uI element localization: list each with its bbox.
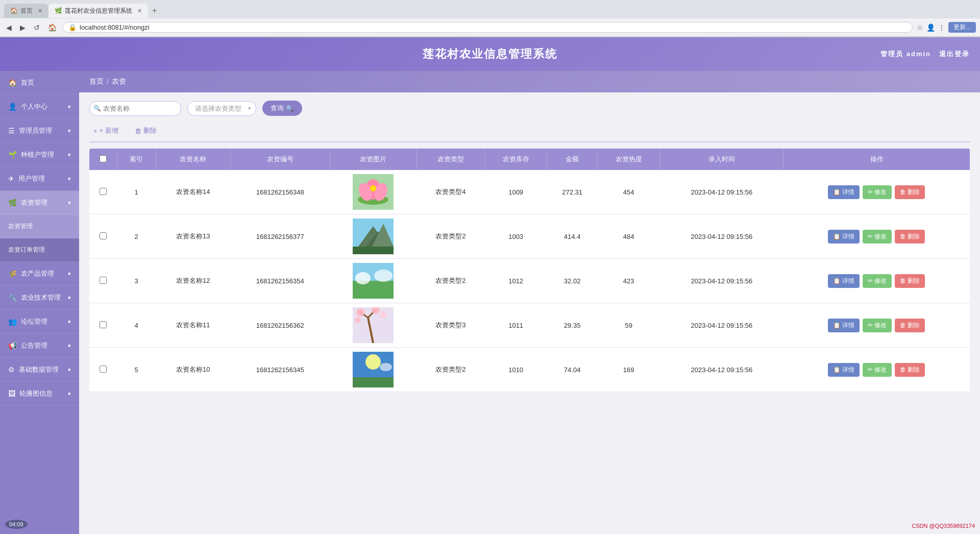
sidebar-item-home[interactable]: 🏠 首页 (0, 71, 79, 95)
row-image (353, 174, 394, 210)
table-row: 3 农资名称12 1681262156354 农资类型2 1012 32.02 … (89, 259, 970, 303)
address-bar[interactable]: 🔒 localhost:8081/#/nongzi (63, 22, 913, 33)
sidebar-item-notice[interactable]: 📢 公告管理 ▾ (0, 334, 79, 358)
delete-button[interactable]: 🗑 删除 (895, 319, 925, 332)
detail-button[interactable]: 📋 详情 (828, 319, 860, 332)
delete-button[interactable]: 🗑 删除 (895, 363, 925, 377)
refresh-button[interactable]: ↺ (32, 22, 42, 33)
row-select-checkbox[interactable] (100, 277, 107, 284)
account-btn[interactable]: 👤 (926, 23, 935, 32)
detail-button[interactable]: 📋 详情 (828, 363, 860, 377)
sidebar-item-nongzi-order[interactable]: 农资订单管理 (0, 238, 79, 262)
row-stock: 1011 (485, 303, 547, 348)
breadcrumb-home[interactable]: 首页 (89, 77, 104, 86)
tab-home[interactable]: 🏠 首页 ✕ (4, 4, 48, 18)
row-img (330, 303, 416, 348)
menu-btn[interactable]: ⋮ (938, 23, 945, 32)
back-button[interactable]: ◀ (4, 22, 14, 33)
sidebar-item-forum[interactable]: 👥 论坛管理 ▾ (0, 310, 79, 334)
search-button[interactable]: 查询 🔍 (262, 101, 302, 116)
address-text: localhost:8081/#/nongzi (80, 23, 907, 31)
type-select[interactable]: 请选择农资类型 农资类型1 农资类型2 农资类型3 农资类型4 (187, 101, 256, 116)
delete-label: 删除 (143, 126, 157, 135)
admin-icon: ☰ (8, 127, 15, 135)
sidebar-notice-label: 公告管理 (21, 341, 47, 350)
batch-delete-button[interactable]: 🗑 删除 (131, 124, 161, 137)
row-heat: 484 (598, 214, 660, 259)
row-select-checkbox[interactable] (100, 188, 107, 195)
detail-button[interactable]: 📋 详情 (828, 230, 860, 244)
sidebar-item-seeds[interactable]: 🌱 种植户管理 ▾ (0, 143, 79, 167)
sidebar-users-label: 用户管理 (18, 174, 45, 183)
tab-home-close[interactable]: ✕ (38, 8, 42, 14)
edit-button[interactable]: ✏ 修改 (863, 230, 892, 244)
row-select-checkbox[interactable] (100, 366, 107, 373)
delete-button[interactable]: 🗑 删除 (895, 185, 925, 199)
delete-button[interactable]: 🗑 删除 (895, 230, 925, 244)
app-header: 莲花村农业信息管理系统 管理员 admin 退出登录 (0, 37, 980, 71)
new-tab-button[interactable]: + (148, 6, 161, 15)
sidebar-item-nongzi[interactable]: 🌿 农资管理 ▾ (0, 191, 79, 215)
row-name: 农资名称10 (156, 348, 230, 392)
detail-button[interactable]: 📋 详情 (828, 274, 860, 288)
delete-row-label: 删除 (908, 366, 920, 374)
table-body: 1 农资名称14 1681262156348 农资类型4 1009 272.31… (89, 170, 970, 392)
row-img (330, 214, 416, 259)
update-button[interactable]: 更新... (948, 22, 976, 33)
edit-button[interactable]: ✏ 修改 (863, 185, 892, 199)
sidebar-item-nongzi-mgr[interactable]: 农资管理 (0, 215, 79, 238)
sidebar-item-admin[interactable]: ☰ 管理员管理 ▾ (0, 119, 79, 143)
row-actions: 📋 详情 ✏ 修改 🗑 删除 (783, 303, 970, 348)
detail-icon: 📋 (833, 366, 841, 373)
tab-main[interactable]: 🌿 莲花村农业信息管理系统 ✕ (48, 4, 148, 18)
row-stock: 1009 (485, 170, 547, 214)
detail-icon: 📋 (833, 188, 841, 196)
delete-icon: 🗑 (135, 127, 141, 135)
delete-button[interactable]: 🗑 删除 (895, 274, 925, 288)
sidebar-item-tech[interactable]: 🔧 农业技术管理 ▾ (0, 286, 79, 310)
row-code: 1681262156362 (230, 303, 330, 348)
table-row: 5 农资名称10 1681262156345 农资类型2 1010 74.04 … (89, 348, 970, 392)
user-label: 管理员 admin (880, 50, 931, 59)
app-body: 🏠 首页 👤 个人中心 ▾ ☰ 管理员管理 ▾ 🌱 种植户管理 ▾ ✈ 用户管理… (0, 71, 980, 534)
row-checkbox (89, 170, 117, 214)
edit-button[interactable]: ✏ 修改 (863, 319, 892, 332)
row-actions: 📋 详情 ✏ 修改 🗑 删除 (783, 214, 970, 259)
sidebar: 🏠 首页 👤 个人中心 ▾ ☰ 管理员管理 ▾ 🌱 种植户管理 ▾ ✈ 用户管理… (0, 71, 79, 534)
home-nav-button[interactable]: 🏠 (46, 22, 59, 33)
data-table: 索引 农资名称 农资编号 农资图片 农资类型 农资库存 金额 农资热度 录入时间… (89, 149, 970, 392)
sidebar-item-products[interactable]: 🌾 农产品管理 ▾ (0, 262, 79, 286)
row-name: 农资名称13 (156, 214, 230, 259)
search-icon: 🔍 (93, 105, 101, 112)
select-all-checkbox[interactable] (100, 155, 107, 162)
name-search-input[interactable] (89, 101, 181, 116)
sidebar-item-banner[interactable]: 🖼 轮播图信息 ▾ (0, 382, 79, 406)
row-amount: 272.31 (547, 170, 598, 214)
chevron-down-icon-5: ▾ (68, 200, 71, 206)
bookmark-btn[interactable]: ☆ (917, 23, 923, 32)
forward-button[interactable]: ▶ (18, 22, 28, 33)
edit-button[interactable]: ✏ 修改 (863, 363, 892, 377)
row-select-checkbox[interactable] (100, 232, 107, 239)
search-bar: 🔍 请选择农资类型 农资类型1 农资类型2 农资类型3 农资类型4 ▾ 查询 � (89, 101, 970, 116)
row-index: 1 (117, 170, 156, 214)
row-code: 1681262156345 (230, 348, 330, 392)
row-checkbox (89, 259, 117, 303)
chevron-down-icon: ▾ (68, 104, 71, 110)
logout-button[interactable]: 退出登录 (939, 50, 970, 59)
sidebar-basedata-label: 基础数据管理 (19, 365, 59, 374)
detail-button[interactable]: 📋 详情 (828, 185, 860, 199)
type-select-wrap: 请选择农资类型 农资类型1 农资类型2 农资类型3 农资类型4 ▾ (187, 101, 256, 116)
tab-main-close[interactable]: ✕ (137, 8, 142, 14)
add-button[interactable]: + + 新增 (89, 124, 122, 137)
row-select-checkbox[interactable] (100, 321, 107, 328)
chevron-down-icon-8: ▾ (68, 319, 71, 325)
sidebar-item-basedata[interactable]: ⚙ 基础数据管理 ▾ (0, 358, 79, 382)
sidebar-item-personal[interactable]: 👤 个人中心 ▾ (0, 95, 79, 119)
sidebar-item-users[interactable]: ✈ 用户管理 ▾ (0, 167, 79, 191)
sidebar-admin-label: 管理员管理 (19, 126, 52, 135)
col-amount: 金额 (547, 149, 598, 170)
edit-button[interactable]: ✏ 修改 (863, 274, 892, 288)
row-code: 1681262156354 (230, 259, 330, 303)
chevron-down-icon-10: ▾ (68, 367, 71, 373)
